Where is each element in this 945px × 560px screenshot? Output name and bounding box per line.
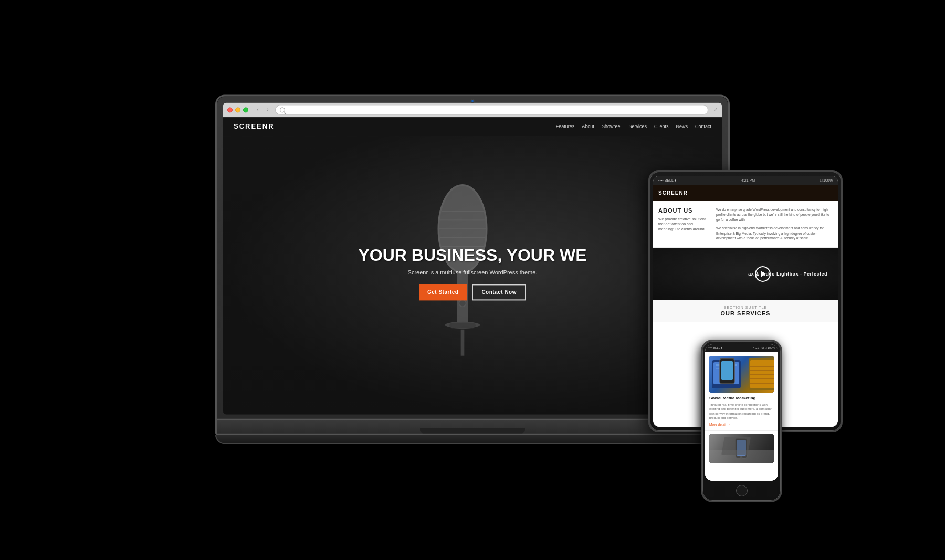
- get-started-button[interactable]: Get Started: [419, 284, 467, 300]
- nav-clients[interactable]: Clients: [654, 124, 669, 129]
- hero-subtitle: Screenr is a multiuse fullscreen WordPre…: [408, 269, 538, 276]
- hero-buttons: Get Started Contact Now: [419, 284, 526, 300]
- hamburger-menu[interactable]: [825, 191, 833, 196]
- maximize-button[interactable]: [243, 107, 248, 112]
- phone-card-title-1: Social Media Marketing: [709, 396, 774, 400]
- minimize-button[interactable]: [235, 107, 240, 112]
- svg-rect-3: [449, 323, 476, 328]
- phone: •••• BELL ♦ 4:21 PM □ 100%: [701, 340, 782, 502]
- laptop-screen-bezel: ‹ › ⤢ SCREENR Features About: [223, 102, 722, 414]
- phone-more-detail[interactable]: More detail →: [709, 422, 774, 426]
- site-nav-links: Features About Showreel Services Clients…: [556, 124, 711, 129]
- contact-now-button[interactable]: Contact Now: [472, 284, 526, 300]
- back-button[interactable]: ‹: [254, 105, 262, 114]
- svg-rect-17: [750, 360, 774, 388]
- nav-services[interactable]: Services: [628, 124, 647, 129]
- nav-showreel[interactable]: Showreel: [602, 124, 622, 129]
- traffic-lights: [227, 107, 248, 112]
- tablet-nav: SCREENR: [653, 185, 838, 201]
- card-illustration: [709, 356, 774, 393]
- tablet-about-right: We do enterprise grade WordPress develop…: [716, 207, 833, 241]
- tablet-services-title: OUR SERVICES: [658, 310, 833, 316]
- nav-news[interactable]: News: [676, 124, 688, 129]
- laptop-camera: [470, 99, 475, 103]
- nav-features[interactable]: Features: [556, 124, 575, 129]
- svg-point-11: [459, 300, 466, 307]
- tablet-about-section: ABOUT US We provide creative solutions t…: [653, 201, 838, 248]
- svg-rect-29: [721, 437, 751, 455]
- phone-card-image-2: [709, 434, 774, 463]
- laptop-foot: [215, 435, 730, 444]
- nav-contact[interactable]: Contact: [695, 124, 711, 129]
- search-icon: [280, 107, 285, 112]
- hamburger-line-1: [825, 191, 833, 192]
- phone-screen: •••• BELL ♦ 4:21 PM □ 100%: [705, 344, 778, 481]
- tablet-services-section: SECTION SUBTITLE OUR SERVICES: [653, 300, 838, 322]
- hamburger-line-3: [825, 195, 833, 196]
- phone-status-right: 4:21 PM □ 100%: [753, 346, 775, 350]
- website-content: SCREENR Features About Showreel Services…: [223, 117, 722, 414]
- play-button[interactable]: [755, 266, 771, 282]
- phone-card-2: [705, 431, 778, 466]
- nav-about[interactable]: About: [582, 124, 594, 129]
- phone-card-image-1: [709, 356, 774, 393]
- tablet-services-subtitle: SECTION SUBTITLE: [658, 305, 833, 309]
- phone-outer: •••• BELL ♦ 4:21 PM □ 100%: [701, 340, 782, 502]
- close-button[interactable]: [227, 107, 233, 112]
- browser-chrome: ‹ › ⤢: [223, 102, 722, 117]
- phone-carrier: •••• BELL ♦: [708, 346, 722, 350]
- address-bar[interactable]: [275, 105, 708, 114]
- tablet-time: 4:21 PM: [741, 178, 755, 182]
- tablet-battery: □ 100%: [820, 178, 833, 182]
- laptop-hinge: [420, 428, 525, 433]
- tablet-status-bar: •••• BELL ♦ 4:21 PM □ 100%: [653, 176, 838, 185]
- hero-section: YOUR BUSINESS, YOUR WE Screenr is a mult…: [223, 117, 722, 414]
- hamburger-line-2: [825, 193, 833, 194]
- phone-time: 4:21 PM: [753, 346, 764, 350]
- tablet-video-section: ax & Video Lightbox - Perfected: [653, 248, 838, 300]
- phone-battery: □ 100%: [765, 346, 775, 350]
- site-logo: SCREENR: [234, 122, 275, 130]
- tablet-status-right: □ 100%: [820, 178, 833, 182]
- phone-card-text-1: Through real time online connections wit…: [709, 403, 774, 420]
- svg-rect-24: [721, 361, 733, 380]
- card-illustration-2: [709, 434, 774, 463]
- tablet-about-desc2: We specialise in high-end WordPress deve…: [716, 226, 833, 241]
- tablet-about-title: ABOUT US: [658, 207, 711, 214]
- tablet-about-left: ABOUT US We provide creative solutions t…: [658, 207, 711, 241]
- play-icon: [761, 271, 766, 277]
- tablet-logo: SCREENR: [658, 190, 688, 196]
- hero-title: YOUR BUSINESS, YOUR WE: [358, 247, 586, 265]
- scene: ‹ › ⤢ SCREENR Features About: [0, 0, 945, 560]
- phone-content: Social Media Marketing Through real time…: [705, 352, 778, 481]
- nav-arrows: ‹ ›: [254, 105, 272, 114]
- resize-icon: ⤢: [713, 107, 718, 112]
- tablet-about-desc1: We do enterprise grade WordPress develop…: [716, 207, 833, 223]
- tablet-carrier: •••• BELL ♦: [658, 178, 676, 182]
- phone-status-bar: •••• BELL ♦ 4:21 PM □ 100%: [705, 344, 778, 352]
- tablet-about-text: We provide creative solutions that get a…: [658, 217, 711, 232]
- phone-card-1: Social Media Marketing Through real time…: [705, 352, 778, 431]
- forward-button[interactable]: ›: [264, 105, 272, 114]
- site-nav: SCREENR Features About Showreel Services…: [223, 117, 722, 136]
- home-button[interactable]: [736, 485, 748, 496]
